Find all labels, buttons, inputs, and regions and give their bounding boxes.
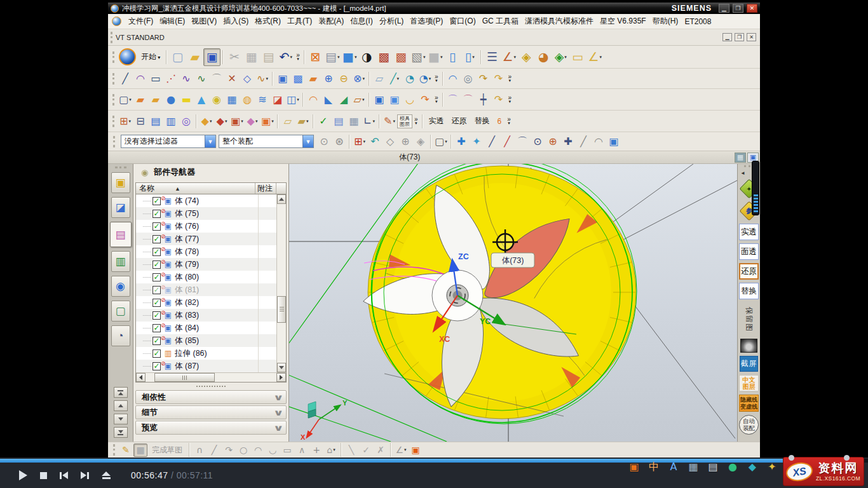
feature-checkbox[interactable]: ✓ [153,261,161,269]
marquee-select-icon[interactable]: ▢▾ [433,134,449,149]
free-curve-1-icon[interactable]: ⌒ [445,92,461,107]
boolean-intersect-icon[interactable]: ⊗▾ [351,71,367,86]
cut-icon[interactable]: ✂ [226,48,243,66]
huanyuan-button[interactable]: 还原 [448,114,471,128]
file-overflow-icon[interactable]: »▾ [294,53,302,61]
volume-slider[interactable] [752,161,759,215]
bookmark-2-icon[interactable]: ▥ [163,114,179,129]
tree-row[interactable]: ✓▣体 (87) [136,360,276,372]
custom-overflow-icon[interactable]: »▾ [505,118,513,125]
offset-curve-icon[interactable]: ⌒ [209,71,224,86]
scrollbar-thumb[interactable] [277,296,286,323]
chinese-layer-button[interactable]: 中文图层 [739,375,759,391]
sk-trim-icon[interactable]: ◡ [266,444,280,457]
model-canvas[interactable]: ZC YC XC Y X 体(73) [289,164,737,442]
tray-teal-icon[interactable]: ◆ [745,459,760,475]
screenshot-button[interactable]: 截屏 [740,356,758,372]
sketch-task-icon[interactable]: ✎ [119,444,133,457]
draft-icon[interactable]: ◢ [336,92,351,107]
menu-item-5[interactable]: 工具(T) [284,16,315,27]
layer-settings-icon[interactable]: ☰ [484,48,501,66]
dropdown-arrow-icon[interactable]: ▼ [302,135,313,147]
cylinder-icon[interactable]: ▬ [179,92,194,107]
block-icon[interactable]: ▰ [306,71,321,86]
snap-gear-2-icon[interactable]: ⊛ [332,134,347,149]
snap-gear-1-icon[interactable]: ⊙ [316,134,332,149]
revolve-icon[interactable]: ▰ [148,92,163,107]
cross-section-icon[interactable]: ┿ [476,92,491,107]
bom-table-1-icon[interactable]: ▤ [331,114,346,129]
section-cube-2-icon[interactable]: ▩ [393,48,410,66]
edit-section-icon[interactable]: ⊟ [133,114,148,129]
profile-icon[interactable]: ∩ [193,444,207,457]
paste-icon[interactable]: ▤ [260,48,277,66]
tree-row[interactable]: ✓▣体 (81) [136,283,276,296]
auto-assemble-button[interactable]: 自动装配 [739,415,759,435]
sk-studio-icon[interactable]: ⌂▾ [324,444,338,457]
orange-app-icon[interactable]: ▣ [409,444,423,457]
stop-button[interactable] [40,472,47,479]
csys-display-icon[interactable]: ∠▾ [501,48,518,66]
curve-overflow-icon[interactable]: »▾ [433,75,440,83]
save-file-icon[interactable]: ▣ [203,48,220,66]
constraint-navigator-icon[interactable]: ◪ [111,197,130,218]
measure-angle-icon[interactable]: ∠▾ [587,48,604,66]
scroll-down-arrow[interactable] [277,363,286,372]
scroll-top-button[interactable] [114,387,128,398]
project-curve-icon[interactable]: ✕ [224,71,240,86]
menu-item-12[interactable]: 潇洒模具汽模标准件 [522,16,597,27]
next-button[interactable] [81,471,89,479]
feature-checkbox[interactable]: ✓ [153,337,161,345]
menu-item-0[interactable]: 文件(F) [125,16,156,27]
ime-letter-icon[interactable]: A [666,459,681,475]
collapse-left-icon[interactable]: ◄ [740,170,745,176]
sk-fillet-icon[interactable]: ◠ [251,444,265,457]
column-name[interactable]: 名称 ▲ [136,183,255,194]
tree-row[interactable]: ✓▣体 (77) [136,233,276,245]
tray-green-icon[interactable]: ● [725,459,740,475]
part-navigator-icon[interactable]: ▤ [110,222,132,247]
sk-rect-icon[interactable]: ▭ [280,444,294,457]
finish-flag-icon[interactable]: ▦ [133,444,147,457]
scroll-down-button[interactable] [114,414,128,424]
menu-item-6[interactable]: 装配(A) [315,16,347,27]
shitou-button[interactable]: 实透 [425,114,448,128]
play-button[interactable] [19,470,27,480]
tree-row[interactable]: ✓▣体 (74) [136,194,276,207]
horizontal-scrollbar[interactable] [136,372,286,382]
menu-item-7[interactable]: 信息(I) [347,16,376,27]
snap-center-icon[interactable]: ⊙ [530,134,545,149]
vertical-scrollbar[interactable] [276,194,286,372]
menu-item-8[interactable]: 分析(L) [376,16,407,27]
bom-table-2-icon[interactable]: ▦ [346,114,362,129]
six-button[interactable]: 6 [494,115,506,128]
swept-icon[interactable]: ◠ [445,71,461,86]
line-icon[interactable]: ╱ [118,71,133,86]
pattern-feature-icon[interactable]: ▦ [224,92,240,107]
details-panel[interactable]: 细节 ∨ [135,405,287,419]
spline-icon[interactable]: ∿ [194,71,209,86]
sync-move-1-icon[interactable]: ▣ [372,92,387,107]
child-restore-button[interactable]: ❐ [735,33,744,41]
tray-star-icon[interactable]: ✦ [764,459,780,475]
keep-layer-button[interactable]: 保留图 [743,302,756,336]
sk-point-icon[interactable]: + [309,444,323,457]
sk-constraints-icon[interactable]: ∠▾ [394,444,408,457]
menu-item-10[interactable]: 窗口(O) [446,16,478,27]
snap-circle-icon[interactable]: ⊕ [545,134,560,149]
clip-plane-2-icon[interactable]: ▯▾ [461,48,478,66]
roles-icon[interactable]: ◔ [111,325,130,346]
ime-chinese-icon[interactable]: 中 [646,459,661,475]
chamfer-icon[interactable]: ◣ [321,92,336,107]
trim-body-icon[interactable]: ◪ [270,92,285,107]
dropdown-arrow-icon[interactable]: ▼ [205,135,215,147]
surface-overflow-icon[interactable]: »▾ [506,75,514,83]
snap-slash-icon[interactable]: ╱ [576,134,591,149]
reuse-library-icon[interactable]: ▥ [111,251,130,272]
menu-item-13[interactable]: 星空 V6.935F [597,16,649,27]
feature-checkbox[interactable]: ✓ [153,235,161,243]
corner-dim-icon[interactable]: ∟▾ [362,114,377,129]
background-square-icon[interactable]: ■▾ [427,48,444,66]
tree-row[interactable]: ✓▣体 (83) [136,309,276,322]
feature-checkbox[interactable]: ✓ [153,324,161,332]
